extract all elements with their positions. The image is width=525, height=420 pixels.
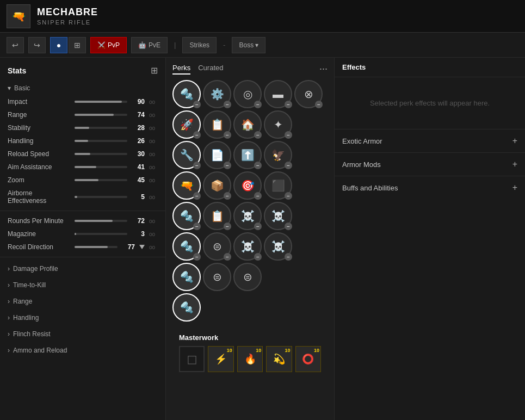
mw-icon-3[interactable]: 💫 10 (266, 346, 292, 372)
pvp-button[interactable]: ⚔️ PvP (90, 37, 127, 53)
collapsible-handling[interactable]: ›Handling (0, 310, 165, 326)
perk-row-origin: 🔩− ⊜− ☠️− ☠️− (172, 232, 328, 261)
collapsible-label: Ammo and Reload (13, 347, 67, 354)
perk3a[interactable]: 🔩− (172, 202, 201, 230)
perks-menu-button[interactable]: ··· (319, 63, 328, 75)
boss-button[interactable]: Boss ▾ (232, 37, 265, 53)
mw-icon-1[interactable]: ⚡ 10 (208, 346, 233, 372)
strikes-button[interactable]: Strikes (182, 37, 217, 53)
perk1d-remove[interactable]: − (285, 162, 292, 169)
view-grid-button[interactable]: ⊞ (69, 37, 86, 53)
perk2c[interactable]: 🎯− (233, 171, 262, 200)
origin3-remove[interactable]: − (254, 253, 262, 261)
perk3c-remove[interactable]: − (254, 223, 262, 230)
perk-mod-1[interactable]: 🔩 (172, 293, 201, 322)
collapsible-time-to-kill[interactable]: ›Time-to-Kill (0, 277, 165, 293)
tracker1-icon: 🔩 (180, 270, 194, 283)
perk1b-remove[interactable]: − (224, 162, 231, 169)
perk-mag-3[interactable]: 🏠− (233, 110, 262, 139)
mw2-level: 10 (256, 348, 261, 353)
origin2-remove[interactable]: − (224, 253, 231, 261)
undo-button[interactable]: ↩ (7, 37, 24, 53)
perk3d[interactable]: ☠️− (264, 202, 292, 230)
mag1-icon: 🚀 (180, 118, 194, 131)
perk-origin-2[interactable]: ⊜− (203, 232, 231, 261)
perk-barrel-4[interactable]: ▬− (264, 80, 292, 108)
mag2-remove[interactable]: − (224, 131, 231, 139)
perk3d-remove[interactable]: − (285, 223, 292, 230)
collapsible-range[interactable]: ›Range (0, 293, 165, 310)
origin4-icon: ☠️ (271, 240, 285, 253)
perk2c-remove[interactable]: − (254, 192, 262, 200)
perk-tracker-2[interactable]: ⊜ (203, 263, 231, 291)
barrel4-remove[interactable]: − (285, 101, 292, 108)
perk3c[interactable]: ☠️− (233, 202, 262, 230)
mag1-remove[interactable]: − (193, 131, 201, 139)
buffs-plus-icon[interactable]: + (512, 183, 517, 193)
perk-mag-1[interactable]: 🚀− (172, 110, 201, 139)
stat-bar-container (75, 220, 127, 222)
perk-mag-2[interactable]: 📋− (203, 110, 231, 139)
view-single-button[interactable]: ● (50, 37, 67, 53)
mw4-icon: ⭕ (302, 353, 314, 365)
origin4-remove[interactable]: − (285, 253, 292, 261)
perk3b-remove[interactable]: − (224, 223, 231, 230)
exotic-armor-plus-icon[interactable]: + (512, 136, 517, 146)
stat-value: 77 (122, 243, 135, 251)
separator2: - (223, 41, 225, 49)
perk1c[interactable]: ⬆️− (233, 141, 262, 169)
perk1a[interactable]: 🔧− (172, 141, 201, 169)
perk1a-remove[interactable]: − (193, 162, 201, 169)
effects-header: Effects (335, 58, 525, 77)
perk2b[interactable]: 📦− (203, 171, 231, 200)
perk2d[interactable]: ⬛− (264, 171, 292, 200)
perk-barrel-1[interactable]: 🔩− (172, 80, 201, 108)
collapsible-flinch-resist[interactable]: ›Flinch Resist (0, 326, 165, 342)
perk-origin-4[interactable]: ☠️− (264, 232, 292, 261)
perk3b[interactable]: 📋− (203, 202, 231, 230)
barrel5-remove[interactable]: − (315, 101, 323, 108)
armor-mods-plus-icon[interactable]: + (512, 159, 517, 169)
perk-origin-1[interactable]: 🔩− (172, 232, 201, 261)
armor-mods-header[interactable]: Armor Mods + (335, 153, 525, 176)
perk-tracker-1[interactable]: 🔩 (172, 263, 201, 291)
stat-name-label: Reload Speed (8, 150, 70, 158)
stat-value: 26 (132, 137, 145, 145)
perk-barrel-5[interactable]: ⊗− (294, 80, 323, 108)
perk-barrel-3[interactable]: ◎− (233, 80, 262, 108)
perk2a[interactable]: 🔫− (172, 171, 201, 200)
perk3a-remove[interactable]: − (193, 223, 201, 230)
exotic-armor-header[interactable]: Exotic Armor + (335, 129, 525, 152)
perk-tracker-3[interactable]: ⊜ (233, 263, 262, 291)
mw-icon-empty[interactable]: ◻ (179, 346, 205, 372)
barrel2-remove[interactable]: − (224, 101, 231, 108)
perk2b-remove[interactable]: − (224, 192, 231, 200)
perk2a-remove[interactable]: − (193, 192, 201, 200)
tab-curated[interactable]: Curated (198, 64, 223, 75)
basic-section-header[interactable]: ▾ Basic (0, 81, 165, 95)
barrel3-remove[interactable]: − (254, 101, 262, 108)
collapsible-damage-profile[interactable]: ›Damage Profile (0, 261, 165, 277)
perk2d-remove[interactable]: − (285, 192, 292, 200)
redo-button[interactable]: ↪ (28, 37, 46, 53)
pve-button[interactable]: 🤖 PvE (131, 37, 168, 53)
origin1-remove[interactable]: − (193, 253, 201, 261)
perk1b[interactable]: 📄− (203, 141, 231, 169)
perk1c-remove[interactable]: − (254, 162, 262, 169)
mw-icon-4[interactable]: ⭕ 10 (295, 346, 321, 372)
buffs-header[interactable]: Buffs and Abilities + (335, 176, 525, 199)
perk-mag-4[interactable]: ✦− (264, 110, 292, 139)
weapon-icon-glyph: 🔫 (12, 10, 26, 23)
collapsible-ammo-and-reload[interactable]: ›Ammo and Reload (0, 342, 165, 359)
perk-barrel-2[interactable]: ⚙️− (203, 80, 231, 108)
stats-add-button[interactable]: ⊞ (151, 65, 158, 76)
tab-perks[interactable]: Perks (172, 64, 190, 75)
perk-origin-3[interactable]: ☠️− (233, 232, 262, 261)
mag3-remove[interactable]: − (254, 131, 262, 139)
mag4-remove[interactable]: − (285, 131, 292, 139)
mw-icon-2[interactable]: 🔥 10 (237, 346, 263, 372)
stat-bar-container (75, 101, 127, 103)
stat-extra: oo (149, 218, 158, 224)
perk1d[interactable]: 🦅− (264, 141, 292, 169)
barrel1-remove[interactable]: − (193, 101, 201, 108)
